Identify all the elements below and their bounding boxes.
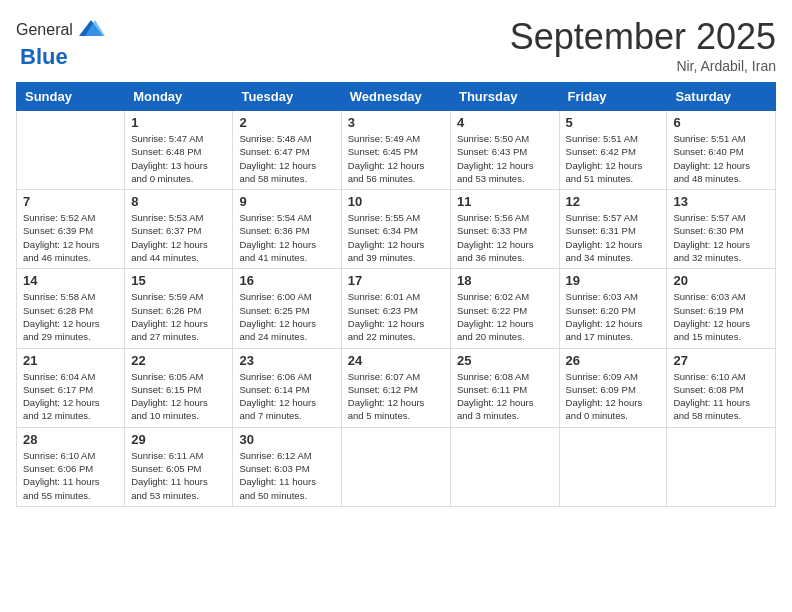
cell-info: Sunrise: 6:07 AMSunset: 6:12 PMDaylight:… xyxy=(348,370,444,423)
cell-info: Sunrise: 5:59 AMSunset: 6:26 PMDaylight:… xyxy=(131,290,226,343)
calendar-table: SundayMondayTuesdayWednesdayThursdayFrid… xyxy=(16,82,776,507)
cell-info: Sunrise: 6:08 AMSunset: 6:11 PMDaylight:… xyxy=(457,370,553,423)
calendar-header-row: SundayMondayTuesdayWednesdayThursdayFrid… xyxy=(17,83,776,111)
day-number: 3 xyxy=(348,115,444,130)
cell-info: Sunrise: 6:10 AMSunset: 6:08 PMDaylight:… xyxy=(673,370,769,423)
cell-info: Sunrise: 5:52 AMSunset: 6:39 PMDaylight:… xyxy=(23,211,118,264)
calendar-cell xyxy=(667,427,776,506)
cell-info: Sunrise: 5:48 AMSunset: 6:47 PMDaylight:… xyxy=(239,132,334,185)
cell-info: Sunrise: 6:03 AMSunset: 6:19 PMDaylight:… xyxy=(673,290,769,343)
day-number: 30 xyxy=(239,432,334,447)
day-number: 26 xyxy=(566,353,661,368)
day-number: 27 xyxy=(673,353,769,368)
cell-info: Sunrise: 5:47 AMSunset: 6:48 PMDaylight:… xyxy=(131,132,226,185)
header-saturday: Saturday xyxy=(667,83,776,111)
calendar-cell xyxy=(341,427,450,506)
calendar-week-1: 1Sunrise: 5:47 AMSunset: 6:48 PMDaylight… xyxy=(17,111,776,190)
calendar-week-3: 14Sunrise: 5:58 AMSunset: 6:28 PMDayligh… xyxy=(17,269,776,348)
calendar-cell: 19Sunrise: 6:03 AMSunset: 6:20 PMDayligh… xyxy=(559,269,667,348)
calendar-cell: 26Sunrise: 6:09 AMSunset: 6:09 PMDayligh… xyxy=(559,348,667,427)
header-thursday: Thursday xyxy=(450,83,559,111)
calendar-cell: 25Sunrise: 6:08 AMSunset: 6:11 PMDayligh… xyxy=(450,348,559,427)
calendar-cell: 23Sunrise: 6:06 AMSunset: 6:14 PMDayligh… xyxy=(233,348,341,427)
cell-info: Sunrise: 5:53 AMSunset: 6:37 PMDaylight:… xyxy=(131,211,226,264)
day-number: 10 xyxy=(348,194,444,209)
calendar-cell: 9Sunrise: 5:54 AMSunset: 6:36 PMDaylight… xyxy=(233,190,341,269)
cell-info: Sunrise: 5:50 AMSunset: 6:43 PMDaylight:… xyxy=(457,132,553,185)
cell-info: Sunrise: 6:02 AMSunset: 6:22 PMDaylight:… xyxy=(457,290,553,343)
calendar-cell: 13Sunrise: 5:57 AMSunset: 6:30 PMDayligh… xyxy=(667,190,776,269)
day-number: 20 xyxy=(673,273,769,288)
day-number: 15 xyxy=(131,273,226,288)
calendar-cell: 6Sunrise: 5:51 AMSunset: 6:40 PMDaylight… xyxy=(667,111,776,190)
cell-info: Sunrise: 6:09 AMSunset: 6:09 PMDaylight:… xyxy=(566,370,661,423)
header-tuesday: Tuesday xyxy=(233,83,341,111)
cell-info: Sunrise: 6:04 AMSunset: 6:17 PMDaylight:… xyxy=(23,370,118,423)
cell-info: Sunrise: 6:05 AMSunset: 6:15 PMDaylight:… xyxy=(131,370,226,423)
month-title: September 2025 xyxy=(510,16,776,58)
calendar-cell: 8Sunrise: 5:53 AMSunset: 6:37 PMDaylight… xyxy=(125,190,233,269)
cell-info: Sunrise: 6:00 AMSunset: 6:25 PMDaylight:… xyxy=(239,290,334,343)
cell-info: Sunrise: 5:57 AMSunset: 6:30 PMDaylight:… xyxy=(673,211,769,264)
calendar-cell: 24Sunrise: 6:07 AMSunset: 6:12 PMDayligh… xyxy=(341,348,450,427)
header-friday: Friday xyxy=(559,83,667,111)
cell-info: Sunrise: 5:55 AMSunset: 6:34 PMDaylight:… xyxy=(348,211,444,264)
day-number: 23 xyxy=(239,353,334,368)
cell-info: Sunrise: 5:51 AMSunset: 6:40 PMDaylight:… xyxy=(673,132,769,185)
calendar-cell: 15Sunrise: 5:59 AMSunset: 6:26 PMDayligh… xyxy=(125,269,233,348)
day-number: 25 xyxy=(457,353,553,368)
cell-info: Sunrise: 6:11 AMSunset: 6:05 PMDaylight:… xyxy=(131,449,226,502)
day-number: 7 xyxy=(23,194,118,209)
calendar-week-4: 21Sunrise: 6:04 AMSunset: 6:17 PMDayligh… xyxy=(17,348,776,427)
day-number: 4 xyxy=(457,115,553,130)
calendar-cell: 12Sunrise: 5:57 AMSunset: 6:31 PMDayligh… xyxy=(559,190,667,269)
calendar-week-2: 7Sunrise: 5:52 AMSunset: 6:39 PMDaylight… xyxy=(17,190,776,269)
logo: General Blue xyxy=(16,16,105,70)
calendar-cell xyxy=(17,111,125,190)
page-header: General Blue September 2025 Nir, Ardabil… xyxy=(16,16,776,74)
day-number: 13 xyxy=(673,194,769,209)
calendar-cell: 28Sunrise: 6:10 AMSunset: 6:06 PMDayligh… xyxy=(17,427,125,506)
day-number: 5 xyxy=(566,115,661,130)
calendar-cell: 1Sunrise: 5:47 AMSunset: 6:48 PMDaylight… xyxy=(125,111,233,190)
cell-info: Sunrise: 6:12 AMSunset: 6:03 PMDaylight:… xyxy=(239,449,334,502)
calendar-cell: 17Sunrise: 6:01 AMSunset: 6:23 PMDayligh… xyxy=(341,269,450,348)
day-number: 9 xyxy=(239,194,334,209)
calendar-cell: 5Sunrise: 5:51 AMSunset: 6:42 PMDaylight… xyxy=(559,111,667,190)
day-number: 8 xyxy=(131,194,226,209)
calendar-cell: 30Sunrise: 6:12 AMSunset: 6:03 PMDayligh… xyxy=(233,427,341,506)
calendar-cell: 20Sunrise: 6:03 AMSunset: 6:19 PMDayligh… xyxy=(667,269,776,348)
calendar-cell: 27Sunrise: 6:10 AMSunset: 6:08 PMDayligh… xyxy=(667,348,776,427)
calendar-cell: 29Sunrise: 6:11 AMSunset: 6:05 PMDayligh… xyxy=(125,427,233,506)
day-number: 11 xyxy=(457,194,553,209)
cell-info: Sunrise: 5:57 AMSunset: 6:31 PMDaylight:… xyxy=(566,211,661,264)
calendar-week-5: 28Sunrise: 6:10 AMSunset: 6:06 PMDayligh… xyxy=(17,427,776,506)
day-number: 18 xyxy=(457,273,553,288)
cell-info: Sunrise: 5:54 AMSunset: 6:36 PMDaylight:… xyxy=(239,211,334,264)
day-number: 24 xyxy=(348,353,444,368)
calendar-cell: 4Sunrise: 5:50 AMSunset: 6:43 PMDaylight… xyxy=(450,111,559,190)
day-number: 16 xyxy=(239,273,334,288)
day-number: 19 xyxy=(566,273,661,288)
day-number: 14 xyxy=(23,273,118,288)
logo-icon xyxy=(77,16,105,44)
calendar-cell: 21Sunrise: 6:04 AMSunset: 6:17 PMDayligh… xyxy=(17,348,125,427)
day-number: 21 xyxy=(23,353,118,368)
calendar-cell: 22Sunrise: 6:05 AMSunset: 6:15 PMDayligh… xyxy=(125,348,233,427)
calendar-cell: 18Sunrise: 6:02 AMSunset: 6:22 PMDayligh… xyxy=(450,269,559,348)
day-number: 12 xyxy=(566,194,661,209)
cell-info: Sunrise: 6:03 AMSunset: 6:20 PMDaylight:… xyxy=(566,290,661,343)
calendar-cell: 10Sunrise: 5:55 AMSunset: 6:34 PMDayligh… xyxy=(341,190,450,269)
calendar-cell xyxy=(450,427,559,506)
day-number: 2 xyxy=(239,115,334,130)
cell-info: Sunrise: 5:51 AMSunset: 6:42 PMDaylight:… xyxy=(566,132,661,185)
calendar-cell: 2Sunrise: 5:48 AMSunset: 6:47 PMDaylight… xyxy=(233,111,341,190)
header-monday: Monday xyxy=(125,83,233,111)
day-number: 1 xyxy=(131,115,226,130)
calendar-cell xyxy=(559,427,667,506)
calendar-cell: 11Sunrise: 5:56 AMSunset: 6:33 PMDayligh… xyxy=(450,190,559,269)
logo-general-text: General xyxy=(16,21,73,39)
cell-info: Sunrise: 5:56 AMSunset: 6:33 PMDaylight:… xyxy=(457,211,553,264)
header-wednesday: Wednesday xyxy=(341,83,450,111)
calendar-cell: 7Sunrise: 5:52 AMSunset: 6:39 PMDaylight… xyxy=(17,190,125,269)
